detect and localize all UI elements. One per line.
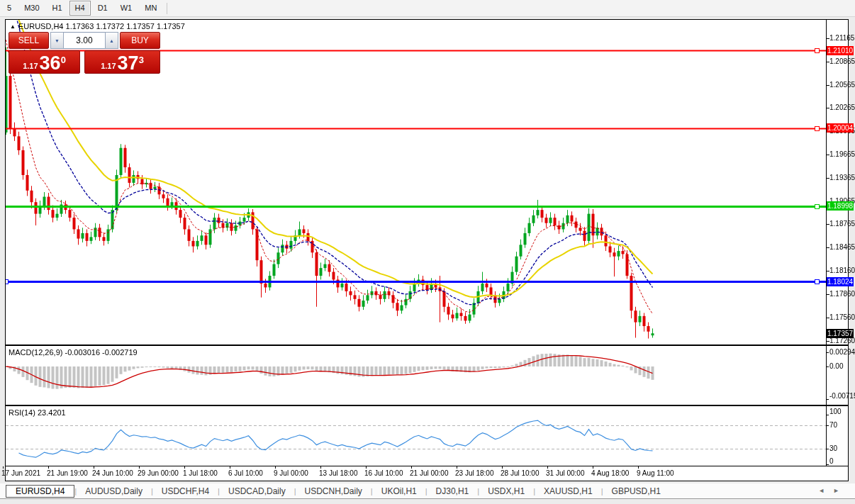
- chevron-down-icon: ▼: [55, 38, 60, 43]
- time-tick-label: 4 Aug 18:00: [591, 469, 629, 477]
- price-tick-label: 1.21165: [829, 34, 854, 42]
- chart-tab-eurusd[interactable]: EURUSD,H4: [6, 485, 74, 498]
- time-tick-label: 21 Jun 19:00: [47, 469, 88, 477]
- time-tick-label: 29 Jun 00:00: [138, 469, 179, 477]
- buy-button[interactable]: BUY: [120, 32, 160, 49]
- chart-tab-dj30[interactable]: DJ30,H1: [428, 485, 478, 498]
- tab-scroll-left-icon[interactable]: ◄: [818, 487, 833, 494]
- price-tick-label: 1.17560: [829, 313, 855, 321]
- price-level-badge: 1.20004: [827, 123, 854, 133]
- ohlc-values: 1.17363 1.17372 1.17357 1.17357: [66, 22, 185, 30]
- symbol-period-label: EURUSD,H4: [18, 22, 64, 30]
- macd-axis-label: -0.00715: [829, 392, 855, 400]
- time-tick-label: 6 Jul 10:00: [228, 469, 263, 477]
- chart-tab-ukoil[interactable]: UKOil,H1: [373, 485, 425, 498]
- rsi-name: RSI(14): [9, 408, 35, 417]
- rsi-value: 23.4201: [38, 408, 66, 417]
- volume-increase-button[interactable]: ▲: [105, 32, 118, 49]
- sell-price-display[interactable]: 1.17 36 0: [9, 50, 80, 74]
- price-tick-label: 1.20865: [829, 57, 855, 65]
- macd-indicator-label: MACD(12,26,9) -0.003016 -0.002719: [9, 348, 138, 357]
- buy-price-display[interactable]: 1.17 37 3: [84, 50, 160, 74]
- price-tick-label: 1.17860: [829, 290, 855, 298]
- rsi-indicator-label: RSI(14) 23.4201: [9, 408, 66, 417]
- collapse-triangle-icon[interactable]: ▲: [10, 23, 16, 30]
- time-tick-label: 9 Jul 00:00: [274, 469, 308, 477]
- time-tick-label: 31 Jul 00:00: [546, 469, 585, 477]
- sell-button[interactable]: SELL: [9, 32, 49, 49]
- tabs: EURUSD,H4|AUDUSD,Daily|USDCHF,H4|USDCAD,…: [0, 485, 669, 498]
- price-level-badge: 1.18024: [827, 277, 854, 286]
- time-tick-label: 21 Jul 00:00: [410, 469, 449, 477]
- sell-price-pipette: 0: [61, 55, 66, 65]
- time-tick-label: 9 Aug 11:00: [637, 469, 674, 477]
- rsi-axis-label: 100: [829, 408, 842, 415]
- time-tick-label: 1 Jul 18:00: [183, 469, 218, 477]
- chart-symbol-header: ▲EURUSD,H4 1.17363 1.17372 1.17357 1.173…: [10, 22, 185, 30]
- price-chart-canvas[interactable]: [0, 0, 855, 504]
- time-tick-label: 28 Jul 10:00: [501, 469, 540, 477]
- rsi-axis-label: 0: [829, 457, 834, 465]
- price-tick-label: 1.20565: [829, 81, 855, 89]
- macd-axis-label: 0.00: [829, 362, 843, 370]
- price-tick-label: 1.19365: [829, 174, 855, 181]
- time-tick-label: 13 Jul 18:00: [319, 469, 358, 477]
- one-click-trading-panel: SELL ▼ ▲ BUY 1.17 36 0 1.17 37 3: [9, 32, 160, 74]
- price-tick-label: 1.18465: [829, 243, 855, 251]
- chevron-up-icon: ▲: [109, 38, 114, 43]
- chart-tab-usdcad[interactable]: USDCAD,Daily: [220, 485, 294, 498]
- time-tick-label: 17 Jun 2021: [1, 469, 40, 477]
- tab-scroll-right-icon[interactable]: ►: [833, 487, 848, 494]
- status-bar: [0, 499, 855, 504]
- volume-decrease-button[interactable]: ▼: [50, 32, 64, 49]
- price-tick-label: 1.18160: [829, 267, 855, 274]
- chart-tab-bar: EURUSD,H4|AUDUSD,Daily|USDCHF,H4|USDCAD,…: [0, 483, 855, 499]
- time-tick-label: 24 Jun 10:00: [92, 469, 133, 477]
- sell-price-prefix: 1.17: [23, 62, 38, 70]
- macd-values: -0.003016 -0.002719: [65, 348, 137, 357]
- chart-tab-xauusd[interactable]: XAUUSD,H1: [535, 485, 601, 498]
- price-tick-label: 1.20265: [829, 103, 855, 111]
- price-tick-label: 1.18765: [829, 220, 855, 228]
- chart-tab-usdcnh[interactable]: USDCNH,Daily: [296, 485, 371, 498]
- price-tick-label: 1.19665: [829, 150, 855, 158]
- rsi-axis-label: 30: [829, 444, 837, 452]
- volume-input[interactable]: [64, 32, 105, 49]
- price-level-badge: 1.21010: [827, 46, 854, 55]
- buy-price-digits: 37: [118, 54, 139, 72]
- price-level-badge: 1.18998: [827, 201, 854, 211]
- time-tick-label: 23 Jul 18:00: [455, 469, 494, 477]
- price-level-badge: 1.17357: [827, 329, 854, 338]
- buy-price-pipette: 3: [139, 55, 144, 65]
- sell-price-digits: 36: [40, 54, 61, 72]
- chart-tab-gbpusd[interactable]: GBPUSD,H1: [603, 485, 669, 498]
- macd-axis-label: 0.002947: [829, 348, 855, 356]
- chart-tab-audusd[interactable]: AUDUSD,Daily: [77, 485, 151, 498]
- rsi-axis-label: 70: [829, 421, 837, 429]
- chart-tab-usdchf[interactable]: USDCHF,H4: [153, 485, 218, 498]
- time-tick-label: 16 Jul 10:00: [364, 469, 403, 477]
- macd-name: MACD(12,26,9): [9, 348, 62, 357]
- mt4-application: 5M30H1H4D1W1MN ▲EURUSD,H4 1.17363 1.1737…: [0, 0, 855, 504]
- buy-price-prefix: 1.17: [101, 62, 116, 70]
- chart-tab-usdx[interactable]: USDX,H1: [479, 485, 533, 498]
